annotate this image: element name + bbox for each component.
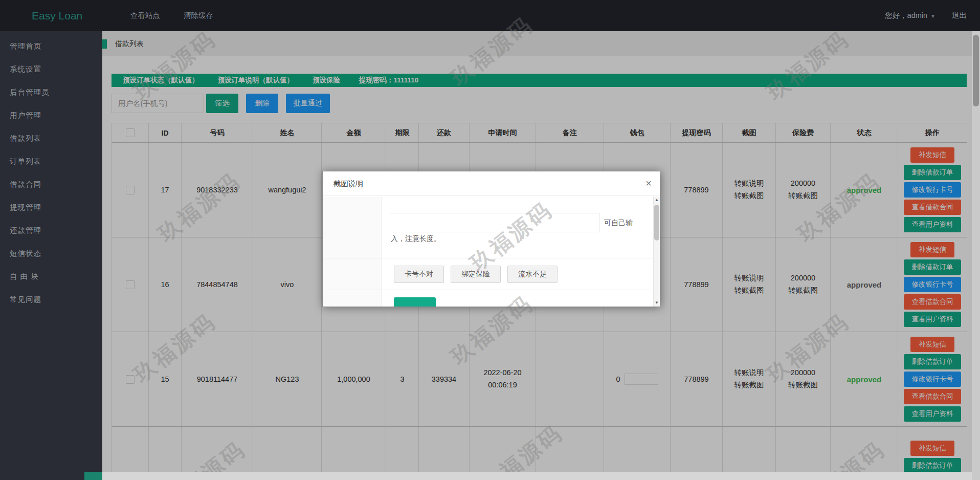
horizontal-scrollbar[interactable] — [102, 472, 972, 480]
scrollbar-corner — [972, 472, 980, 480]
vertical-scrollbar[interactable] — [972, 31, 980, 472]
modal-body: 可自己输 入，注意长度。 卡号不对绑定保险流水不足 ▲ ▼ — [323, 197, 660, 307]
note-input[interactable] — [390, 213, 599, 232]
modal-row-divider-2 — [323, 290, 653, 290]
modal-row-divider — [323, 258, 653, 258]
input-hint-text: 可自己输 — [604, 213, 633, 232]
bind-insurance-button[interactable]: 绑定保险 — [451, 266, 501, 283]
scroll-down-icon[interactable]: ▼ — [654, 299, 660, 307]
modal-scrollbar-thumb[interactable] — [654, 205, 659, 241]
card-number-wrong-button[interactable]: 卡号不对 — [394, 266, 444, 283]
scroll-up-icon[interactable]: ▲ — [654, 197, 660, 204]
input-hint-text-wrapped: 入，注意长度。 — [391, 234, 441, 244]
close-icon[interactable]: × — [645, 171, 652, 196]
modal-preset-buttons: 卡号不对绑定保险流水不足 — [394, 266, 558, 283]
app-root: Easy Loan 查看站点清除缓存 您好，admin▼ 退出 管理首页系统设置… — [0, 0, 980, 480]
screenshot-note-modal: 截图说明 × 可自己输 入，注意长度。 卡号不对绑定保险流水不足 ▲ ▼ — [322, 171, 660, 307]
modal-submit-button-partial[interactable] — [394, 297, 436, 307]
vertical-scrollbar-thumb[interactable] — [973, 35, 979, 106]
modal-title: 截图说明 — [323, 171, 660, 196]
insufficient-flow-button[interactable]: 流水不足 — [507, 266, 558, 283]
modal-scrollbar[interactable]: ▲ ▼ — [653, 197, 660, 307]
